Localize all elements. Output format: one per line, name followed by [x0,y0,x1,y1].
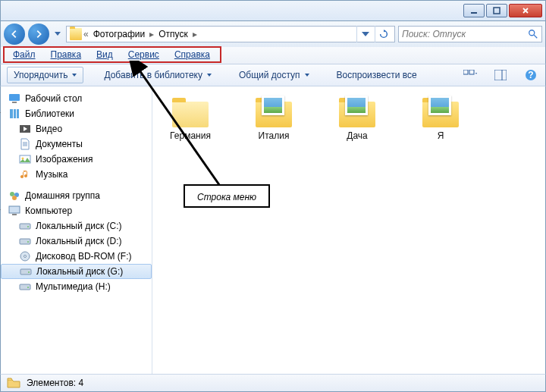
drive-icon [19,235,31,247]
sidebar-item-libraries[interactable]: Библиотеки [1,106,152,121]
titlebar [0,0,546,21]
sidebar-item-music[interactable]: Музыка [1,167,152,182]
folder-icon [422,97,459,127]
sidebar-label: Локальный диск (D:) [36,236,122,246]
computer-icon [8,205,20,217]
command-bar: Упорядочить Добавить в библиотеку Общий … [0,64,546,86]
sidebar-label: Локальный диск (G:) [36,266,123,277]
sidebar-item-desktop[interactable]: Рабочий стол [1,91,152,106]
search-input[interactable] [402,29,528,39]
svg-point-21 [27,226,29,227]
sidebar-label: Рабочий стол [25,93,82,104]
minimize-button[interactable] [463,4,485,17]
svg-point-27 [28,271,30,273]
history-dropdown[interactable] [52,24,63,45]
folder-icon [7,377,20,389]
folder-item[interactable]: Я [410,97,471,141]
svg-rect-11 [12,102,17,103]
sidebar-item-images[interactable]: Изображения [1,152,152,167]
search-icon [528,29,538,39]
svg-rect-19 [12,214,17,215]
folder-item[interactable]: Италия [243,97,304,141]
svg-point-2 [529,30,535,36]
content-pane[interactable]: Германия Италия Дача Я [152,86,545,374]
folder-item[interactable]: Дача [327,97,388,141]
navigation-bar: « Фотографии ▸ Отпуск ▸ [0,21,546,47]
help-button[interactable]: ? [522,67,539,83]
status-bar: Элементов: 4 [0,374,546,392]
documents-icon [19,138,31,150]
drive-icon [19,281,31,293]
svg-point-23 [27,241,29,243]
svg-rect-26 [20,269,31,274]
breadcrumb-separator: « [83,29,89,39]
bdrom-icon [19,250,31,262]
maximize-button[interactable] [486,4,507,17]
svg-rect-10 [9,94,20,101]
sidebar-item-drive-d[interactable]: Локальный диск (D:) [1,234,152,249]
organize-button[interactable]: Упорядочить [7,67,83,83]
menu-bar: Файл Правка Вид Сервис Справка [0,47,546,64]
forward-button[interactable] [28,24,49,45]
sidebar-label: Видео [36,124,62,134]
share-label: Общий доступ [239,70,300,80]
sidebar-label: Документы [36,139,83,149]
status-text: Элементов: 4 [27,378,83,388]
close-button[interactable] [509,4,542,17]
sidebar-label: Домашняя группа [25,190,100,201]
svg-rect-6 [494,70,507,80]
folder-label: Италия [259,130,290,141]
breadcrumb-segment[interactable]: Фотографии [90,27,149,41]
desktop-icon [8,93,20,105]
add-to-library-label: Добавить в библиотеку [104,70,202,80]
drive-icon [20,265,32,278]
dropdown-button[interactable] [356,26,373,42]
play-all-button[interactable]: Воспроизвести все [330,67,424,83]
svg-line-3 [534,35,537,38]
sidebar-item-documents[interactable]: Документы [1,136,152,152]
drive-icon [19,220,31,232]
breadcrumb[interactable]: « Фотографии ▸ Отпуск ▸ [66,26,395,42]
add-to-library-button[interactable]: Добавить в библиотеку [97,67,218,83]
sidebar-item-drive-h[interactable]: Мультимедиа (H:) [1,279,152,294]
menu-file[interactable]: Файл [5,47,43,64]
svg-point-17 [12,196,17,200]
sidebar-label: Мультимедиа (H:) [36,281,111,292]
sidebar-item-drive-c[interactable]: Локальный диск (C:) [1,218,152,234]
preview-pane-button[interactable] [492,67,509,83]
sidebar-item-homegroup[interactable]: Домашняя группа [1,188,152,203]
view-options-button[interactable] [462,67,479,83]
folder-icon [339,97,375,127]
search-box[interactable] [398,26,542,42]
sidebar-item-computer[interactable]: Компьютер [1,203,152,218]
svg-point-25 [24,256,27,258]
menu-help[interactable]: Справка [167,47,218,64]
breadcrumb-segment[interactable]: Отпуск [155,27,190,41]
svg-rect-4 [463,70,468,74]
back-button[interactable] [4,24,25,45]
svg-rect-0 [471,12,477,14]
sidebar-item-drive-g[interactable]: Локальный диск (G:) [1,264,152,279]
chevron-right-icon[interactable]: ▸ [149,29,154,39]
images-icon [19,153,31,165]
homegroup-icon [8,190,20,202]
libraries-icon [8,108,20,120]
sidebar-label: Компьютер [25,205,72,216]
menu-tools[interactable]: Сервис [121,47,167,64]
folder-icon [172,97,209,127]
navigation-pane: Рабочий стол Библиотеки Видео Документы … [1,86,152,374]
menu-view[interactable]: Вид [89,47,121,64]
share-button[interactable]: Общий доступ [232,67,316,83]
menu-edit[interactable]: Правка [43,47,89,64]
play-all-label: Воспроизвести все [337,70,417,80]
svg-rect-5 [469,70,474,74]
svg-rect-18 [9,206,20,213]
folder-label: Дача [347,130,367,141]
chevron-right-icon[interactable]: ▸ [193,29,197,39]
refresh-button[interactable] [375,26,391,42]
chevron-down-icon [72,74,77,77]
sidebar-item-video[interactable]: Видео [1,121,152,136]
folder-item[interactable]: Германия [160,97,221,141]
sidebar-label: Библиотеки [25,108,74,119]
sidebar-item-drive-f[interactable]: Дисковод BD-ROM (F:) [1,249,152,264]
